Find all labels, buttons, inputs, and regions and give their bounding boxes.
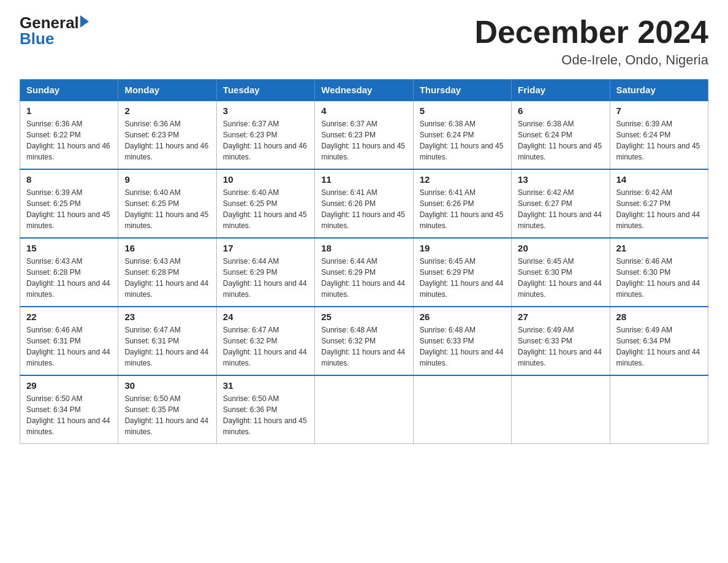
day-number: 22 bbox=[26, 312, 112, 322]
sunset-label: Sunset: 6:35 PM bbox=[124, 405, 179, 414]
daylight-label: Daylight: 11 hours and 45 minutes. bbox=[321, 210, 405, 230]
table-row: 15 Sunrise: 6:43 AM Sunset: 6:28 PM Dayl… bbox=[20, 238, 118, 307]
table-row: 3 Sunrise: 6:37 AM Sunset: 6:23 PM Dayli… bbox=[216, 101, 314, 169]
day-info: Sunrise: 6:36 AM Sunset: 6:22 PM Dayligh… bbox=[26, 118, 112, 163]
sunrise-label: Sunrise: 6:46 AM bbox=[616, 257, 672, 266]
day-number: 18 bbox=[321, 243, 406, 253]
sunrise-label: Sunrise: 6:37 AM bbox=[223, 120, 279, 128]
daylight-label: Daylight: 11 hours and 44 minutes. bbox=[124, 348, 208, 367]
table-row: 17 Sunrise: 6:44 AM Sunset: 6:29 PM Dayl… bbox=[216, 238, 314, 307]
sunset-label: Sunset: 6:30 PM bbox=[616, 268, 671, 277]
sunrise-label: Sunrise: 6:50 AM bbox=[26, 394, 82, 403]
table-row: 30 Sunrise: 6:50 AM Sunset: 6:35 PM Dayl… bbox=[118, 375, 216, 444]
sunset-label: Sunset: 6:29 PM bbox=[420, 268, 474, 277]
calendar-week-1: 1 Sunrise: 6:36 AM Sunset: 6:22 PM Dayli… bbox=[20, 101, 708, 169]
sunrise-label: Sunrise: 6:37 AM bbox=[321, 120, 377, 128]
table-row: 9 Sunrise: 6:40 AM Sunset: 6:25 PM Dayli… bbox=[118, 169, 216, 238]
day-info: Sunrise: 6:42 AM Sunset: 6:27 PM Dayligh… bbox=[518, 187, 603, 231]
day-info: Sunrise: 6:37 AM Sunset: 6:23 PM Dayligh… bbox=[223, 118, 308, 163]
sunset-label: Sunset: 6:24 PM bbox=[518, 131, 572, 139]
sunrise-label: Sunrise: 6:49 AM bbox=[518, 326, 574, 334]
title-area: December 2024 Ode-Irele, Ondo, Nigeria bbox=[474, 15, 708, 68]
logo-general: General bbox=[20, 15, 79, 31]
sunrise-label: Sunrise: 6:50 AM bbox=[223, 394, 279, 403]
daylight-label: Daylight: 11 hours and 44 minutes. bbox=[616, 279, 700, 299]
daylight-label: Daylight: 11 hours and 44 minutes. bbox=[616, 348, 700, 367]
day-info: Sunrise: 6:50 AM Sunset: 6:35 PM Dayligh… bbox=[124, 393, 210, 437]
daylight-label: Daylight: 11 hours and 44 minutes. bbox=[26, 348, 110, 367]
table-row: 29 Sunrise: 6:50 AM Sunset: 6:34 PM Dayl… bbox=[20, 375, 118, 444]
col-tuesday: Tuesday bbox=[216, 80, 314, 101]
sunrise-label: Sunrise: 6:41 AM bbox=[420, 188, 476, 197]
sunrise-label: Sunrise: 6:36 AM bbox=[26, 120, 82, 128]
sunset-label: Sunset: 6:27 PM bbox=[616, 199, 671, 208]
daylight-label: Daylight: 11 hours and 44 minutes. bbox=[616, 210, 700, 230]
sunset-label: Sunset: 6:31 PM bbox=[26, 337, 81, 345]
sunset-label: Sunset: 6:34 PM bbox=[26, 405, 81, 414]
day-number: 23 bbox=[124, 312, 210, 322]
daylight-label: Daylight: 11 hours and 44 minutes. bbox=[26, 279, 110, 299]
sunrise-label: Sunrise: 6:47 AM bbox=[223, 326, 279, 334]
sunset-label: Sunset: 6:30 PM bbox=[518, 268, 572, 277]
day-number: 1 bbox=[26, 105, 112, 116]
table-row: 13 Sunrise: 6:42 AM Sunset: 6:27 PM Dayl… bbox=[512, 169, 610, 238]
sunrise-label: Sunrise: 6:38 AM bbox=[518, 120, 574, 128]
sunset-label: Sunset: 6:32 PM bbox=[321, 337, 376, 345]
sunrise-label: Sunrise: 6:48 AM bbox=[420, 326, 476, 334]
table-row: 22 Sunrise: 6:46 AM Sunset: 6:31 PM Dayl… bbox=[20, 307, 118, 375]
day-info: Sunrise: 6:43 AM Sunset: 6:28 PM Dayligh… bbox=[26, 256, 112, 300]
daylight-label: Daylight: 11 hours and 44 minutes. bbox=[420, 348, 504, 367]
table-row: 2 Sunrise: 6:36 AM Sunset: 6:23 PM Dayli… bbox=[118, 101, 216, 169]
sunrise-label: Sunrise: 6:44 AM bbox=[223, 257, 279, 266]
daylight-label: Daylight: 11 hours and 45 minutes. bbox=[223, 416, 307, 436]
table-row: 26 Sunrise: 6:48 AM Sunset: 6:33 PM Dayl… bbox=[413, 307, 511, 375]
day-info: Sunrise: 6:38 AM Sunset: 6:24 PM Dayligh… bbox=[518, 118, 603, 163]
calendar-table: Sunday Monday Tuesday Wednesday Thursday… bbox=[20, 79, 708, 444]
day-number: 31 bbox=[223, 380, 308, 391]
day-number: 30 bbox=[124, 380, 210, 391]
table-row: 25 Sunrise: 6:48 AM Sunset: 6:32 PM Dayl… bbox=[315, 307, 413, 375]
logo: General bbox=[20, 15, 89, 31]
sunset-label: Sunset: 6:25 PM bbox=[124, 199, 179, 208]
sunrise-label: Sunrise: 6:47 AM bbox=[124, 326, 180, 334]
daylight-label: Daylight: 11 hours and 44 minutes. bbox=[124, 416, 208, 436]
day-info: Sunrise: 6:45 AM Sunset: 6:30 PM Dayligh… bbox=[518, 256, 603, 300]
sunset-label: Sunset: 6:25 PM bbox=[223, 199, 278, 208]
day-number: 2 bbox=[124, 105, 210, 116]
sunset-label: Sunset: 6:29 PM bbox=[223, 268, 278, 277]
day-info: Sunrise: 6:50 AM Sunset: 6:34 PM Dayligh… bbox=[26, 393, 112, 437]
col-friday: Friday bbox=[512, 80, 610, 101]
daylight-label: Daylight: 11 hours and 45 minutes. bbox=[420, 142, 504, 161]
table-row: 5 Sunrise: 6:38 AM Sunset: 6:24 PM Dayli… bbox=[413, 101, 511, 169]
table-row: 6 Sunrise: 6:38 AM Sunset: 6:24 PM Dayli… bbox=[512, 101, 610, 169]
table-row bbox=[413, 375, 511, 444]
sunset-label: Sunset: 6:23 PM bbox=[321, 131, 376, 139]
calendar-week-5: 29 Sunrise: 6:50 AM Sunset: 6:34 PM Dayl… bbox=[20, 375, 708, 444]
day-number: 5 bbox=[420, 105, 505, 116]
sunset-label: Sunset: 6:36 PM bbox=[223, 405, 278, 414]
table-row: 27 Sunrise: 6:49 AM Sunset: 6:33 PM Dayl… bbox=[512, 307, 610, 375]
day-info: Sunrise: 6:39 AM Sunset: 6:24 PM Dayligh… bbox=[616, 118, 702, 163]
logo-arrow-icon bbox=[80, 15, 89, 28]
day-number: 21 bbox=[616, 243, 702, 253]
calendar-week-2: 8 Sunrise: 6:39 AM Sunset: 6:25 PM Dayli… bbox=[20, 169, 708, 238]
calendar-week-3: 15 Sunrise: 6:43 AM Sunset: 6:28 PM Dayl… bbox=[20, 238, 708, 307]
sunrise-label: Sunrise: 6:41 AM bbox=[321, 188, 377, 197]
table-row: 31 Sunrise: 6:50 AM Sunset: 6:36 PM Dayl… bbox=[216, 375, 314, 444]
sunrise-label: Sunrise: 6:40 AM bbox=[124, 188, 180, 197]
day-number: 14 bbox=[616, 174, 702, 185]
table-row: 4 Sunrise: 6:37 AM Sunset: 6:23 PM Dayli… bbox=[315, 101, 413, 169]
day-number: 8 bbox=[26, 174, 112, 185]
day-number: 24 bbox=[223, 312, 308, 322]
day-info: Sunrise: 6:49 AM Sunset: 6:33 PM Dayligh… bbox=[518, 324, 603, 369]
daylight-label: Daylight: 11 hours and 44 minutes. bbox=[124, 279, 208, 299]
table-row: 19 Sunrise: 6:45 AM Sunset: 6:29 PM Dayl… bbox=[413, 238, 511, 307]
day-info: Sunrise: 6:44 AM Sunset: 6:29 PM Dayligh… bbox=[223, 256, 308, 300]
sunset-label: Sunset: 6:34 PM bbox=[616, 337, 671, 345]
day-number: 28 bbox=[616, 312, 702, 322]
sunrise-label: Sunrise: 6:45 AM bbox=[518, 257, 574, 266]
sunset-label: Sunset: 6:33 PM bbox=[518, 337, 572, 345]
day-info: Sunrise: 6:41 AM Sunset: 6:26 PM Dayligh… bbox=[321, 187, 406, 231]
day-info: Sunrise: 6:48 AM Sunset: 6:32 PM Dayligh… bbox=[321, 324, 406, 369]
sunset-label: Sunset: 6:23 PM bbox=[124, 131, 179, 139]
